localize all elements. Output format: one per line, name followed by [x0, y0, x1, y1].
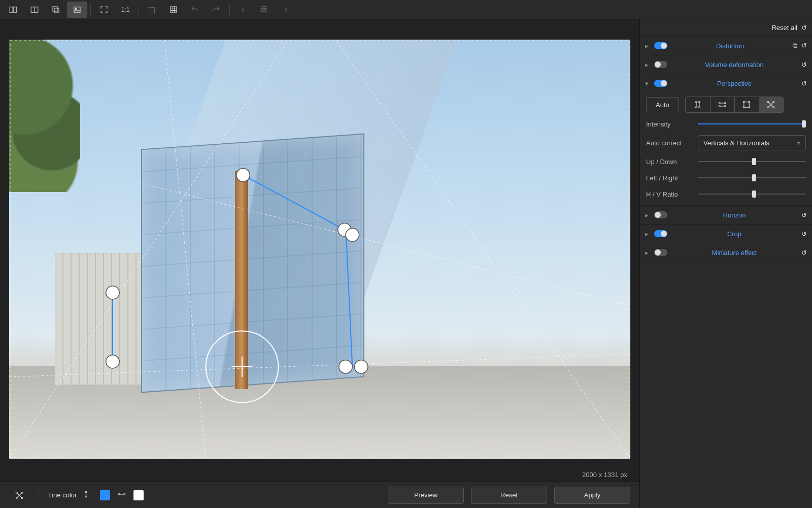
right-panel: Reset all ↺ ▸ Distortion ⧉ ↺ ▸	[639, 19, 812, 508]
updown-slider[interactable]	[698, 156, 806, 167]
reset-button[interactable]: Reset	[471, 487, 547, 504]
disclosure-icon[interactable]: ▸	[645, 230, 650, 238]
section-distortion: ▸ Distortion ⧉ ↺	[640, 37, 812, 55]
svg-rect-60	[744, 102, 750, 108]
single-view-icon[interactable]	[67, 2, 87, 18]
separator	[229, 4, 230, 16]
apply-button[interactable]: Apply	[554, 487, 630, 504]
svg-rect-8	[171, 7, 177, 13]
section-perspective: ▾ Perspective ↺ Auto	[640, 74, 812, 206]
toggle-miniature-effect[interactable]	[654, 249, 667, 256]
hvratio-label: H / V Ratio	[646, 190, 692, 198]
line-style-icon[interactable]	[84, 490, 93, 500]
autocorrect-select[interactable]: Verticals & Horizontals ▾	[698, 135, 806, 150]
svg-rect-6	[74, 7, 80, 12]
section-title[interactable]: Volume deformation	[671, 61, 797, 69]
reset-icon[interactable]: ↺	[801, 249, 807, 257]
crop-icon[interactable]	[142, 2, 162, 18]
reset-icon[interactable]: ↺	[801, 230, 807, 238]
disclosure-icon[interactable]: ▸	[645, 249, 650, 257]
auto-button[interactable]: Auto	[646, 97, 679, 112]
mode-verticals-icon[interactable]	[686, 97, 710, 112]
redo-icon[interactable]	[206, 2, 226, 18]
photo-canvas	[9, 40, 630, 459]
svg-rect-0	[10, 7, 13, 12]
chevron-down-icon: ▾	[797, 140, 800, 146]
section-title[interactable]: Crop	[671, 230, 797, 238]
svg-rect-5	[54, 8, 59, 13]
svg-rect-15	[261, 9, 263, 12]
toggle-crop[interactable]	[654, 230, 667, 237]
toggle-horizon[interactable]	[654, 211, 667, 218]
disclosure-icon[interactable]: ▸	[645, 211, 650, 219]
reset-icon[interactable]: ↺	[801, 211, 807, 219]
svg-rect-4	[53, 7, 57, 11]
copy-icon[interactable]: ⧉	[793, 42, 797, 50]
intensity-slider[interactable]	[698, 119, 806, 129]
leftright-slider[interactable]	[698, 173, 806, 183]
toggle-volume-deformation[interactable]	[654, 61, 667, 68]
preview-button[interactable]: Preview	[388, 487, 464, 504]
line-color-label: Line color	[48, 491, 77, 499]
mode-8point-icon[interactable]	[759, 97, 783, 112]
leftright-label: Left / Right	[646, 174, 692, 182]
toggle-distortion[interactable]	[654, 42, 667, 49]
separator	[90, 4, 91, 16]
autocorrect-label: Auto correct	[646, 139, 692, 147]
section-horizon: ▸ Horizon ↺	[640, 206, 812, 225]
section-title[interactable]: Distortion	[671, 42, 789, 50]
top-toolbar: 1:1	[0, 0, 812, 19]
section-miniature-effect: ▸ Miniature effect ↺	[640, 243, 812, 262]
toggle-perspective[interactable]	[654, 80, 667, 87]
reset-icon[interactable]: ↺	[801, 42, 807, 50]
reset-all-button[interactable]: Reset all	[771, 24, 797, 31]
section-volume-deformation: ▸ Volume deformation ↺	[640, 55, 812, 74]
split-view-icon[interactable]	[24, 2, 45, 18]
section-title[interactable]: Miniature effect	[671, 249, 797, 257]
thumbnails-icon[interactable]	[254, 2, 275, 18]
section-title[interactable]: Horizon	[671, 211, 797, 219]
separator	[139, 4, 139, 16]
reset-icon[interactable]: ↺	[801, 80, 807, 87]
hvratio-slider[interactable]	[698, 189, 806, 199]
zoom-1to1-button[interactable]: 1:1	[115, 2, 136, 18]
image-dimensions: 2000 x 1331 px	[0, 468, 639, 482]
reset-icon[interactable]: ↺	[801, 61, 807, 69]
svg-rect-14	[264, 6, 266, 9]
grid-icon[interactable]	[163, 2, 184, 18]
color-swatch-blue[interactable]	[100, 490, 110, 500]
perspective-mode-segment	[685, 97, 784, 113]
svg-rect-1	[14, 7, 17, 12]
svg-rect-13	[261, 6, 263, 9]
mode-rectangle-icon[interactable]	[734, 97, 759, 112]
perspective-tool-icon[interactable]	[9, 487, 29, 503]
line-horizon-icon[interactable]	[117, 490, 126, 500]
updown-label: Up / Down	[646, 158, 692, 166]
section-crop: ▸ Crop ↺	[640, 225, 812, 243]
compare-view-icon[interactable]	[3, 2, 23, 18]
svg-rect-16	[264, 9, 266, 12]
intensity-label: Intensity	[646, 120, 692, 128]
disclosure-icon[interactable]: ▸	[645, 61, 650, 69]
image-viewer[interactable]	[0, 19, 639, 468]
disclosure-icon[interactable]: ▸	[645, 42, 650, 50]
overlay-view-icon[interactable]	[46, 2, 66, 18]
reset-all-icon[interactable]: ↺	[801, 24, 807, 31]
forward-icon[interactable]	[276, 2, 296, 18]
bottom-toolbar: Line color Preview Reset Apply	[0, 482, 639, 508]
color-swatch-white[interactable]	[133, 490, 144, 500]
section-title[interactable]: Perspective	[671, 80, 797, 87]
mode-horizontals-icon[interactable]	[710, 97, 734, 112]
fit-screen-icon[interactable]	[94, 2, 114, 18]
disclosure-icon[interactable]: ▾	[645, 80, 650, 87]
separator	[39, 489, 39, 501]
back-icon[interactable]	[233, 2, 253, 18]
undo-icon[interactable]	[185, 2, 205, 18]
